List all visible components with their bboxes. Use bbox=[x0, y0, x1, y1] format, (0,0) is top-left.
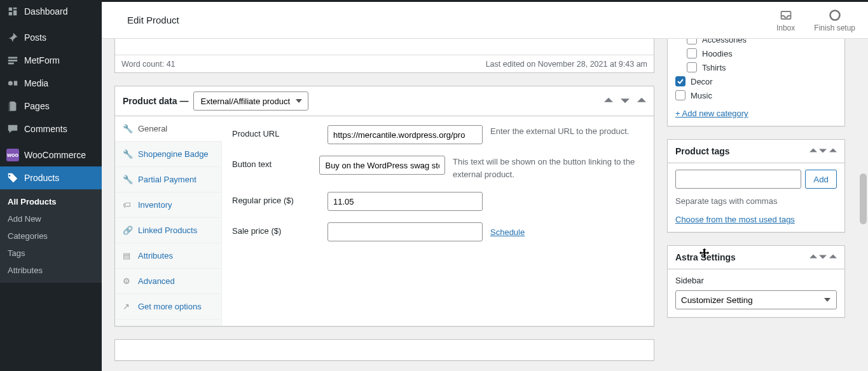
checkbox[interactable] bbox=[687, 39, 697, 44]
product-tags-box: Product tags Add Separate tags with comm… bbox=[667, 139, 845, 233]
tab-advanced[interactable]: ⚙ Advanced bbox=[115, 269, 221, 294]
inbox-icon bbox=[779, 8, 793, 22]
button-text-input[interactable] bbox=[319, 156, 445, 175]
product-url-label: Product URL bbox=[232, 125, 327, 138]
move-down-icon[interactable] bbox=[819, 253, 827, 262]
tab-shopengine-badge[interactable]: 🔧 Shopengine Badge bbox=[115, 142, 221, 167]
submenu-attributes[interactable]: Attributes bbox=[0, 262, 102, 279]
category-tshirts[interactable]: Tshirts bbox=[675, 60, 837, 74]
list-icon: ▤ bbox=[123, 251, 133, 260]
category-hoodies[interactable]: Hoodies bbox=[675, 46, 837, 60]
sidebar-label: Posts bbox=[24, 32, 46, 43]
toggle-panel-icon[interactable] bbox=[829, 253, 837, 262]
category-accessories[interactable]: Accessories bbox=[675, 39, 837, 46]
sidebar-setting-label: Sidebar bbox=[675, 276, 837, 285]
finish-setup-icon bbox=[828, 8, 842, 22]
editor-area[interactable]: Word count: 41 Last edited on November 2… bbox=[114, 39, 654, 73]
tab-general[interactable]: 🔧 General bbox=[115, 116, 221, 142]
tag-input[interactable] bbox=[675, 170, 801, 189]
checkbox[interactable] bbox=[687, 48, 697, 58]
admin-sidebar: Dashboard Posts MetForm Media Pages Comm… bbox=[0, 0, 102, 371]
sidebar-label: WooCommerce bbox=[24, 150, 86, 160]
pin-icon bbox=[6, 31, 19, 44]
move-down-icon[interactable] bbox=[621, 96, 630, 107]
sidebar-label: Pages bbox=[24, 101, 50, 111]
submenu-all-products[interactable]: All Products bbox=[0, 193, 102, 210]
sidebar-item-metform[interactable]: MetForm bbox=[0, 49, 102, 72]
wrench-icon: 🔧 bbox=[123, 124, 133, 133]
sidebar-item-media[interactable]: Media bbox=[0, 72, 102, 95]
tag-icon: 🏷 bbox=[123, 200, 133, 210]
submenu-add-new[interactable]: Add New bbox=[0, 210, 102, 227]
checkbox-checked[interactable] bbox=[675, 76, 685, 86]
svg-point-2 bbox=[830, 10, 839, 20]
product-data-title: Product data — bbox=[123, 96, 188, 106]
short-description-box bbox=[114, 339, 654, 361]
comments-icon bbox=[6, 123, 19, 135]
sale-price-input[interactable] bbox=[327, 222, 483, 241]
wrench-icon: 🔧 bbox=[123, 175, 133, 184]
editor-statusbar: Word count: 41 Last edited on November 2… bbox=[115, 55, 654, 72]
sidebar-item-products[interactable]: Products bbox=[0, 166, 102, 189]
general-panel: Product URL Enter the external URL to th… bbox=[222, 116, 654, 326]
sidebar-item-woocommerce[interactable]: woo WooCommerce bbox=[0, 144, 102, 166]
sale-price-label: Sale price ($) bbox=[232, 222, 327, 236]
checkbox[interactable] bbox=[687, 62, 697, 72]
tag-hint: Separate tags with commas bbox=[675, 196, 837, 206]
external-icon: ↗ bbox=[123, 302, 133, 311]
tab-attributes[interactable]: ▤ Attributes bbox=[115, 243, 221, 269]
pages-icon bbox=[6, 100, 19, 112]
sidebar-item-dashboard[interactable]: Dashboard bbox=[0, 0, 102, 23]
woo-icon: woo bbox=[6, 149, 19, 161]
scrollbar-thumb[interactable] bbox=[860, 173, 867, 224]
product-categories-box: Clothing Accessories Hoodies Tshirt bbox=[667, 39, 845, 126]
category-music[interactable]: Music bbox=[675, 88, 837, 102]
link-icon: 🔗 bbox=[123, 226, 133, 235]
button-text-label: Button text bbox=[232, 156, 319, 169]
wrench-icon: 🔧 bbox=[123, 149, 133, 159]
move-down-icon[interactable] bbox=[819, 147, 827, 156]
product-url-desc: Enter the external URL to the product. bbox=[490, 125, 629, 138]
metform-icon bbox=[6, 54, 19, 67]
toggle-panel-icon[interactable] bbox=[829, 147, 837, 156]
submenu-categories[interactable]: Categories bbox=[0, 227, 102, 245]
word-count: Word count: 41 bbox=[121, 60, 176, 69]
svg-point-0 bbox=[8, 81, 13, 85]
sidebar-item-comments[interactable]: Comments bbox=[0, 118, 102, 140]
sidebar-label: MetForm bbox=[24, 55, 60, 65]
button-text-desc: This text will be shown on the button li… bbox=[453, 156, 644, 180]
tab-get-more-options[interactable]: ↗ Get more options bbox=[115, 294, 221, 320]
checkbox[interactable] bbox=[675, 90, 685, 100]
product-data-tabs: 🔧 General 🔧 Shopengine Badge 🔧 Partial P… bbox=[115, 116, 222, 326]
move-up-icon[interactable] bbox=[809, 147, 817, 156]
inbox-button[interactable]: Inbox bbox=[776, 8, 795, 32]
move-up-icon[interactable] bbox=[809, 253, 817, 262]
product-url-input[interactable] bbox=[327, 125, 483, 144]
sidebar-label: Comments bbox=[24, 124, 67, 134]
tab-partial-payment[interactable]: 🔧 Partial Payment bbox=[115, 167, 221, 192]
move-up-icon[interactable] bbox=[604, 96, 613, 107]
products-submenu: All Products Add New Categories Tags Att… bbox=[0, 189, 102, 283]
sidebar-item-pages[interactable]: Pages bbox=[0, 95, 102, 118]
regular-price-input[interactable] bbox=[327, 192, 483, 211]
dashboard-icon bbox=[6, 5, 19, 18]
category-decor[interactable]: Decor bbox=[675, 74, 837, 88]
sidebar-item-posts[interactable]: Posts bbox=[0, 26, 102, 49]
tab-linked-products[interactable]: 🔗 Linked Products bbox=[115, 218, 221, 243]
submenu-tags[interactable]: Tags bbox=[0, 245, 102, 262]
scrollbar-track[interactable] bbox=[858, 40, 868, 371]
gear-icon: ⚙ bbox=[123, 276, 133, 286]
choose-tags-link[interactable]: Choose from the most used tags bbox=[675, 215, 795, 224]
product-data-box: Product data — External/Affiliate produc… bbox=[114, 86, 654, 327]
finish-setup-button[interactable]: Finish setup bbox=[814, 8, 855, 32]
sidebar-setting-select[interactable]: Customizer Setting bbox=[675, 290, 837, 309]
finish-setup-label: Finish setup bbox=[814, 24, 855, 32]
toggle-panel-icon[interactable] bbox=[637, 96, 646, 107]
product-type-select[interactable]: External/Affiliate product bbox=[193, 91, 308, 111]
schedule-link[interactable]: Schedule bbox=[490, 227, 525, 237]
add-tag-button[interactable]: Add bbox=[805, 170, 837, 189]
tab-inventory[interactable]: 🏷 Inventory bbox=[115, 192, 221, 218]
astra-settings-title: Astra Settings bbox=[675, 252, 809, 262]
topbar: Edit Product Inbox Finish setup bbox=[102, 2, 868, 39]
add-new-category-link[interactable]: + Add new category bbox=[675, 109, 837, 118]
